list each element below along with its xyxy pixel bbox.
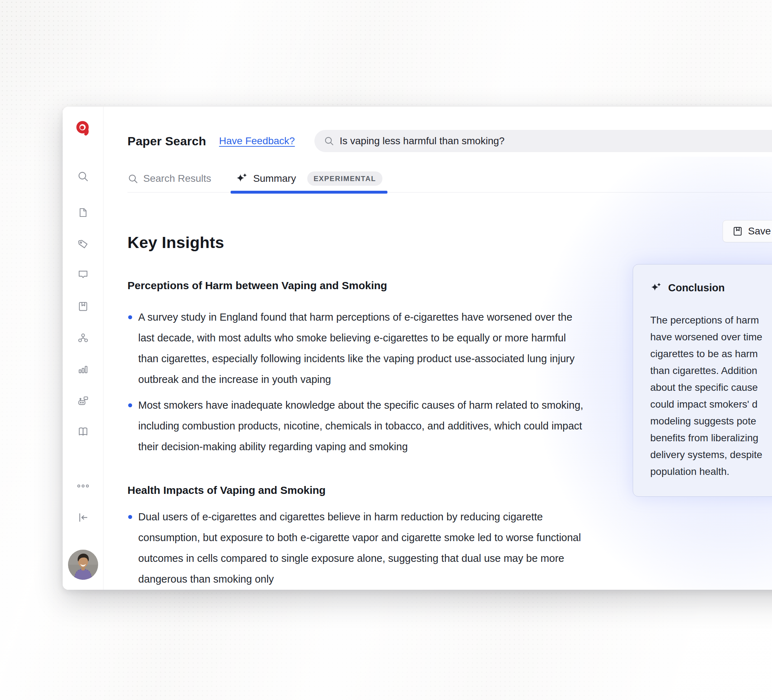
sparkles-icon [650,282,662,294]
main-area: Paper Search Have Feedback? Search Resul… [103,107,772,590]
page-title-label: Paper Search [128,134,206,148]
conclusion-panel: Conclusion The perceptions of harm have … [633,264,772,497]
conclusion-line: The perceptions of harm [650,312,772,328]
conclusion-line: delivery systems, despite [650,446,772,463]
avatar[interactable] [68,550,98,580]
tabs: Search Results Summary EXPERIMENTAL [128,165,772,193]
search-input[interactable] [339,135,772,147]
tag-icon[interactable] [77,239,88,250]
conclusion-text: The perceptions of harm have worsened ov… [650,312,772,480]
bullet-list: Dual users of e-cigarettes and cigarette… [128,506,586,589]
comment-icon[interactable] [77,269,88,280]
section-heading: Perceptions of Harm between Vaping and S… [128,279,586,292]
app-logo-icon[interactable] [75,120,91,136]
more-options-icon[interactable] [77,483,90,488]
conclusion-line: cigarettes to be as harm [650,345,772,362]
tab-summary[interactable]: Summary EXPERIMENTAL [231,165,387,192]
conclusion-title: Conclusion [668,282,725,294]
tab-search-results[interactable]: Search Results [128,165,211,192]
insight-bullet: Most smokers have inadequate knowledge a… [128,395,586,457]
sidebar [63,107,103,590]
app-window: Paper Search Have Feedback? Search Resul… [63,107,772,590]
bookmark-icon [732,226,743,237]
metrics-bar-chart-icon[interactable] [77,364,88,375]
conclusion-line: about the specific cause [650,379,772,396]
save-button-label: Save [748,225,771,237]
collapse-sidebar-icon[interactable] [77,511,89,524]
save-button[interactable]: Save [723,220,772,242]
experimental-badge: EXPERIMENTAL [307,171,383,186]
search-icon[interactable] [77,170,89,183]
insights-column: Perceptions of Harm between Vaping and S… [128,279,586,589]
feedback-link[interactable]: Have Feedback? [219,135,295,147]
conclusion-line: than cigarettes. Addition [650,362,772,379]
conclusion-line: benefits from liberalizing [650,429,772,446]
conclusion-line: could impact smokers' d [650,396,772,413]
saved-items-icon[interactable] [77,301,88,312]
key-insights-title: Key Insights [128,233,772,252]
assistant-bot-icon[interactable] [77,395,89,406]
summary-content: Key Insights Save Perceptions of Harm be… [103,193,772,590]
conclusion-header: Conclusion [650,282,772,294]
section-heading: Health Impacts of Vaping and Smoking [128,483,586,497]
conclusion-line: modeling suggests pote [650,413,772,429]
page-header: Paper Search Have Feedback? [128,130,772,152]
bullet-list: A survey study in England found that har… [128,307,586,457]
sparkles-icon [236,172,249,185]
conclusion-line: population health. [650,463,772,480]
search-results-icon [128,173,139,184]
tab-summary-label: Summary [253,173,296,184]
document-icon[interactable] [77,207,88,218]
insight-bullet: A survey study in England found that har… [128,307,586,390]
library-book-icon[interactable] [77,426,89,437]
search-icon [324,135,334,146]
insight-bullet: Dual users of e-cigarettes and cigarette… [128,506,586,589]
conclusion-line: have worsened over time [650,328,772,345]
network-graph-icon[interactable] [77,333,88,344]
tab-search-results-label: Search Results [143,173,211,184]
search-bar[interactable] [314,130,772,152]
